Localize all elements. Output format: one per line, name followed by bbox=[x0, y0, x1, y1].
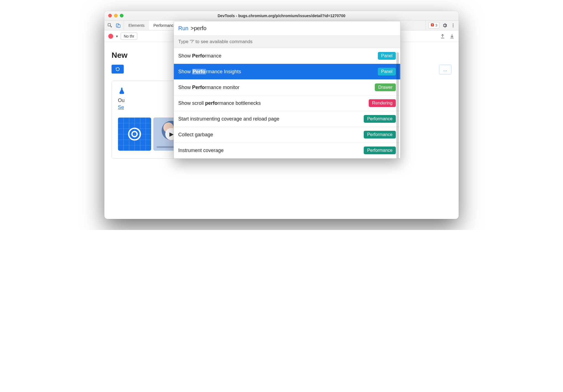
svg-point-5 bbox=[453, 25, 454, 26]
palette-item[interactable]: Show PerformancePanel bbox=[174, 48, 400, 64]
record-dropdown-icon[interactable]: ▾ bbox=[116, 34, 118, 38]
palette-item-label: Instrument coverage bbox=[178, 148, 224, 153]
toggle-device-icon[interactable] bbox=[115, 23, 121, 28]
feedback-button[interactable]: … bbox=[439, 65, 451, 74]
throttling-select-label: No thr bbox=[124, 34, 134, 38]
issues-count: 3 bbox=[435, 23, 437, 27]
window-titlebar: DevTools - bugs.chromium.org/p/chromium/… bbox=[104, 11, 459, 20]
palette-item-label: Collect garbage bbox=[178, 132, 213, 138]
palette-item-label: Show Performance monitor bbox=[178, 85, 239, 90]
palette-item-label: Show Performance bbox=[178, 53, 221, 59]
error-icon bbox=[430, 23, 434, 28]
measure-page-load-button[interactable] bbox=[112, 65, 124, 74]
upload-icon[interactable] bbox=[440, 33, 445, 39]
svg-point-4 bbox=[453, 23, 454, 24]
more-options-icon[interactable] bbox=[450, 23, 456, 28]
svg-point-6 bbox=[453, 26, 454, 27]
svg-point-8 bbox=[132, 132, 137, 137]
palette-query-text: >perfo bbox=[191, 25, 206, 32]
controlbar-right bbox=[440, 33, 455, 39]
palette-mode-prefix: Run bbox=[178, 25, 188, 32]
feedback-button-label: … bbox=[443, 67, 447, 72]
palette-item-label: Show Performance Insights bbox=[178, 69, 241, 75]
window-traffic-lights bbox=[108, 14, 123, 17]
palette-item[interactable]: Instrument coveragePerformance bbox=[174, 143, 400, 158]
palette-item[interactable]: Collect garbagePerformance bbox=[174, 127, 400, 143]
command-palette: Run >perfo Type '?' to see available com… bbox=[174, 21, 401, 159]
palette-item-badge: Drawer bbox=[375, 83, 396, 91]
inspect-element-icon[interactable] bbox=[107, 23, 113, 28]
window-fullscreen-button[interactable] bbox=[120, 14, 123, 17]
devtools-window: DevTools - bugs.chromium.org/p/chromium/… bbox=[104, 11, 459, 219]
blueprint-thumbnail bbox=[118, 117, 151, 151]
palette-item-badge: Performance bbox=[364, 131, 396, 138]
palette-item-label: Start instrumenting coverage and reload … bbox=[178, 116, 279, 122]
window-minimize-button[interactable] bbox=[114, 14, 118, 17]
window-close-button[interactable] bbox=[108, 14, 112, 17]
svg-rect-2 bbox=[118, 25, 120, 28]
flask-large-icon bbox=[118, 87, 126, 95]
palette-item-badge: Rendering bbox=[369, 99, 396, 107]
palette-item[interactable]: Show Performance InsightsPanel bbox=[174, 64, 400, 80]
palette-item[interactable]: Show scroll performance bottlenecksRende… bbox=[174, 95, 400, 111]
palette-results-list[interactable]: Show PerformancePanelShow Performance In… bbox=[174, 48, 400, 158]
command-palette-input[interactable]: Run >perfo bbox=[174, 21, 400, 35]
palette-item-badge: Performance bbox=[364, 147, 396, 154]
toolbar-left-controls bbox=[104, 20, 124, 30]
window-title: DevTools - bugs.chromium.org/p/chromium/… bbox=[108, 14, 455, 18]
record-button[interactable] bbox=[108, 34, 113, 39]
issues-badge[interactable]: 3 bbox=[428, 22, 439, 28]
tab-elements[interactable]: Elements bbox=[124, 20, 149, 30]
toolbar-right-controls: 3 bbox=[425, 20, 459, 30]
palette-hint: Type '?' to see available commands bbox=[174, 35, 400, 48]
palette-scrollbar[interactable] bbox=[396, 52, 399, 159]
palette-item-badge: Panel bbox=[378, 52, 396, 60]
download-icon[interactable] bbox=[449, 33, 455, 39]
throttling-select[interactable]: No thr bbox=[121, 33, 137, 40]
palette-item-label: Show scroll performance bottlenecks bbox=[178, 100, 261, 106]
card-link[interactable]: Se bbox=[118, 104, 124, 110]
palette-item-badge: Panel bbox=[378, 68, 396, 75]
palette-item[interactable]: Show Performance monitorDrawer bbox=[174, 80, 400, 95]
palette-item[interactable]: Start instrumenting coverage and reload … bbox=[174, 111, 400, 127]
settings-gear-icon[interactable] bbox=[442, 23, 448, 28]
palette-item-badge: Performance bbox=[364, 115, 396, 123]
